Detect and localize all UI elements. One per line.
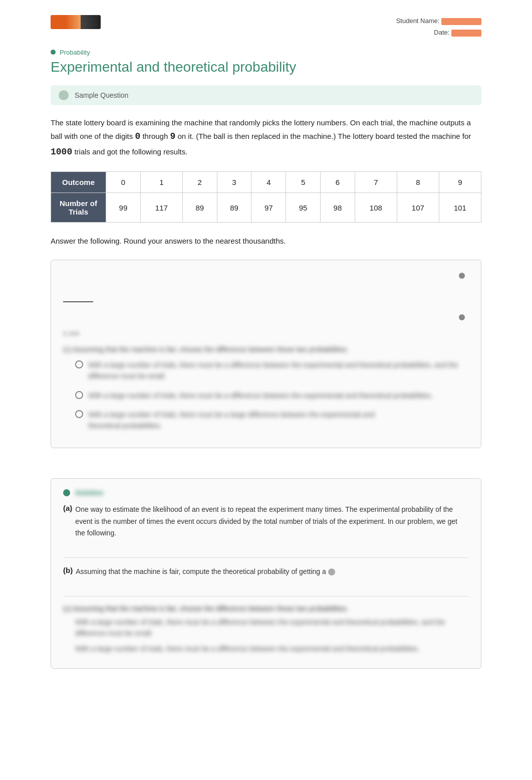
part-c-option-2: With a large number of trials, there mus… — [75, 643, 469, 654]
logo-image — [51, 15, 101, 29]
outcome-2: 2 — [182, 172, 217, 193]
answer-row-1 — [63, 270, 469, 281]
solution-dot-icon — [63, 489, 70, 496]
solution-section: Solution (a) One way to estimate the lik… — [51, 478, 481, 669]
page-title: Experimental and theoretical probability — [51, 59, 481, 75]
sample-question-label: Sample Question — [75, 91, 128, 99]
student-info: Student Name: Date: — [396, 15, 481, 39]
trial-8: 107 — [397, 193, 439, 223]
part-b-number-circle — [328, 568, 335, 575]
table-header-row: Outcome 0 1 2 3 4 5 6 7 8 9 — [51, 172, 481, 193]
breadcrumb: Probability — [51, 49, 481, 56]
divider-1 — [63, 557, 469, 558]
part-b-container: (b) Assuming that the machine is fair, c… — [63, 566, 469, 587]
trial-2: 89 — [182, 193, 217, 223]
outcome-5: 5 — [286, 172, 321, 193]
outcome-7: 7 — [355, 172, 397, 193]
radio-option-2: With a large number of trials, there mus… — [75, 388, 469, 403]
sample-question-bar: Sample Question — [51, 85, 481, 105]
logo-area — [51, 15, 101, 29]
trial-1: 117 — [140, 193, 182, 223]
part-a-container: (a) One way to estimate the likelihood o… — [63, 504, 469, 548]
trial-6: 98 — [321, 193, 355, 223]
page-header: Student Name: Date: — [51, 15, 481, 39]
solution-title: Solution — [75, 489, 103, 497]
trial-3: 89 — [217, 193, 251, 223]
radio-circle-3[interactable] — [75, 410, 83, 418]
outcome-header: Outcome — [51, 172, 106, 193]
outcome-6: 6 — [321, 172, 355, 193]
trial-0: 99 — [106, 193, 141, 223]
solution-header: Solution — [63, 489, 469, 497]
problem-text-part3: on it. (The ball is then replaced in the… — [175, 132, 471, 140]
radio-label-2: With a large number of trials, there mus… — [88, 390, 433, 401]
answer-section: 0.000 (c) Assuming that the machine is f… — [51, 260, 481, 448]
answer-label-1 — [63, 270, 459, 281]
answer-input-container-1 — [63, 288, 469, 302]
problem-text: The state lottery board is examining the… — [51, 116, 481, 160]
part-c-options: With a large number of trials, there mus… — [75, 617, 469, 654]
outcomes-table: Outcome 0 1 2 3 4 5 6 7 8 9 Number ofTri… — [51, 171, 481, 223]
part-a-text: One way to estimate the likelihood of an… — [75, 504, 469, 539]
problem-text-part4: trials and got the following results. — [72, 147, 187, 156]
breadcrumb-label: Probability — [60, 49, 90, 56]
outcome-1: 1 — [140, 172, 182, 193]
radio-label-3: With a large number of trials, there mus… — [88, 409, 375, 432]
trial-4: 97 — [251, 193, 286, 223]
spacer-1 — [51, 463, 481, 478]
outcome-3: 3 — [217, 172, 251, 193]
radio-options: With a large number of trials, there mus… — [75, 357, 469, 434]
radio-option-1: With a large number of trials, there mus… — [75, 357, 469, 384]
trial-9: 101 — [439, 193, 481, 223]
trials-header: Number ofTrials — [51, 193, 106, 223]
part-c-option-1: With a large number of trials, there mus… — [75, 617, 469, 639]
answer-indicator-2 — [459, 314, 465, 320]
outcome-9: 9 — [439, 172, 481, 193]
date-label: Date: — [434, 29, 449, 36]
problem-text-part2: through — [140, 132, 170, 140]
part-c-container: (c) Assuming that the machine is fair, c… — [63, 605, 469, 654]
radio-option-3: With a large number of trials, there mus… — [75, 407, 469, 434]
radio-label-1: With a large number of trials, there mus… — [88, 359, 469, 382]
table-trials-row: Number ofTrials 99 117 89 89 97 95 98 10… — [51, 193, 481, 223]
trial-7: 108 — [355, 193, 397, 223]
answer-row-2 — [63, 311, 469, 322]
student-name-label: Student Name: — [396, 17, 440, 25]
answer-sublabel: 0.000 — [63, 330, 469, 337]
trial-5: 95 — [286, 193, 321, 223]
part-a-label: (a) — [63, 504, 72, 512]
answer-input-1[interactable] — [63, 288, 93, 302]
radio-circle-1[interactable] — [75, 360, 83, 368]
breadcrumb-dot — [51, 50, 56, 55]
outcome-0: 0 — [106, 172, 141, 193]
answer-label-2 — [63, 311, 459, 322]
date-value — [451, 30, 481, 37]
answer-indicator-1 — [459, 273, 465, 279]
divider-2 — [63, 596, 469, 597]
question-part-c-label: (c) Assuming that the machine is fair, c… — [63, 345, 469, 353]
part-b-text: Assuming that the machine is fair, compu… — [76, 566, 335, 578]
sample-dot-icon — [59, 90, 69, 100]
part-c-label: (c) Assuming that the machine is fair, c… — [63, 605, 469, 613]
part-b-label: (b) — [63, 566, 73, 574]
digit-start: 0 — [135, 131, 140, 141]
student-name-value — [441, 18, 481, 25]
part-b-text-content: Assuming that the machine is fair, compu… — [76, 567, 326, 575]
digit-end: 9 — [170, 131, 175, 141]
radio-circle-2[interactable] — [75, 391, 83, 399]
outcome-8: 8 — [397, 172, 439, 193]
instructions-text: Answer the following. Round your answers… — [51, 235, 481, 248]
outcome-4: 4 — [251, 172, 286, 193]
trials-count: 1000 — [51, 147, 72, 157]
